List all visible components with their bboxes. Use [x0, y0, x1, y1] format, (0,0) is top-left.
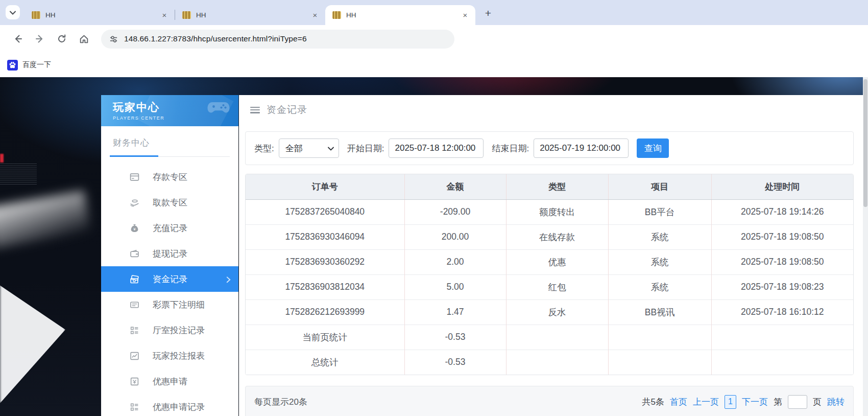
table-cell — [608, 350, 711, 375]
site-settings-icon[interactable] — [109, 35, 118, 43]
chevron-right-icon — [226, 275, 231, 283]
table-cell: 2025-07-18 19:08:50 — [711, 224, 853, 249]
sidebar-item-label: 充值记录 — [153, 222, 187, 234]
sidebar-item-彩票下注明细[interactable]: 彩票下注明细 — [101, 292, 238, 317]
gamepad-icon — [207, 100, 230, 115]
browser-tab[interactable]: HH× — [325, 5, 475, 25]
main-header: 资金记录 — [239, 95, 863, 125]
hamburger-icon[interactable] — [250, 107, 260, 113]
bookmark-item[interactable]: 百度一下 — [22, 60, 51, 70]
current-page-button[interactable]: 1 — [725, 395, 736, 409]
table-cell: 系统 — [608, 274, 711, 299]
pagination: 共5条 首页 上一页 1 下一页 第 页 跳转 — [642, 395, 845, 409]
sidebar-item-取款专区[interactable]: 取款专区 — [101, 190, 238, 215]
sidebar-item-优惠申请[interactable]: 优惠申请 — [101, 368, 238, 394]
page-scrollbar[interactable] — [863, 77, 868, 416]
sidebar-item-优惠申请记录[interactable]: 优惠申请记录 — [101, 394, 238, 416]
sidebar-item-label: 资金记录 — [153, 273, 187, 285]
table-row: 总统计-0.53 — [246, 350, 853, 375]
url-text[interactable]: 148.66.1.227:8783/hhcp/usercenter.html?i… — [124, 34, 307, 43]
end-date-input[interactable] — [534, 138, 629, 158]
new-tab-button[interactable]: + — [480, 6, 496, 21]
column-header: 处理时间 — [711, 174, 853, 199]
sidebar-item-提现记录[interactable]: 提现记录 — [101, 241, 238, 266]
deposit-card-icon — [130, 172, 139, 182]
sidebar-item-label: 取款专区 — [153, 197, 187, 209]
next-page-link[interactable]: 下一页 — [742, 396, 768, 408]
site-favicon — [32, 11, 40, 19]
table-cell: 1752837265040840 — [246, 199, 404, 224]
table-row: 1752836930346094200.00在线存款系统2025-07-18 1… — [246, 224, 853, 249]
table-cell: 额度转出 — [506, 199, 608, 224]
start-date-label: 开始日期: — [347, 143, 384, 154]
reload-icon[interactable] — [53, 30, 70, 48]
table-cell: 1752836930360292 — [246, 249, 404, 274]
table-cell: 反水 — [506, 299, 608, 325]
background-texture — [0, 163, 37, 184]
table-cell: 1752836903812034 — [246, 274, 404, 299]
table-cell: 2025-07-18 19:08:23 — [711, 274, 853, 299]
sidebar-item-存款专区[interactable]: 存款专区 — [101, 164, 238, 190]
scrollbar-thumb[interactable] — [863, 79, 867, 207]
forward-icon[interactable] — [31, 30, 49, 48]
table-cell: -0.53 — [404, 325, 506, 350]
filter-bar: 类型: 全部 开始日期: 结束日期: 查询 — [245, 131, 854, 165]
browser-tab[interactable]: HH× — [175, 5, 325, 25]
tab-close-icon[interactable]: × — [159, 10, 170, 20]
tab-close-icon[interactable]: × — [460, 10, 470, 20]
table-cell: 2025-07-18 16:10:12 — [711, 299, 853, 325]
baidu-favicon — [7, 60, 18, 71]
table-cell: 当前页统计 — [246, 325, 404, 350]
sidebar-item-资金记录[interactable]: 资金记录 — [101, 266, 238, 292]
ticket-list-icon — [130, 300, 139, 310]
table-cell: 优惠 — [506, 249, 608, 274]
section-underline — [110, 155, 230, 157]
tab-title: HH — [346, 11, 460, 19]
start-date-input[interactable] — [389, 138, 484, 158]
column-header: 订单号 — [246, 174, 404, 199]
column-header: 金额 — [404, 174, 506, 199]
back-icon[interactable] — [9, 30, 27, 48]
background-triangle — [0, 281, 65, 403]
moneybag-icon: ¥ — [130, 223, 139, 233]
browser-tab[interactable]: HH× — [25, 5, 175, 25]
type-select[interactable]: 全部 — [279, 138, 339, 158]
sidebar-item-玩家投注报表[interactable]: 玩家投注报表 — [101, 343, 238, 368]
finance-center-section-title: 财务中心 — [113, 137, 238, 149]
funds-table: 订单号金额类型项目处理时间 1752837265040840-209.00额度转… — [245, 174, 854, 375]
type-label: 类型: — [254, 143, 274, 154]
tab-close-icon[interactable]: × — [310, 10, 320, 20]
chevron-down-icon — [328, 143, 334, 153]
table-cell: 2025-07-18 19:08:50 — [711, 249, 853, 274]
chart-report-icon — [130, 351, 139, 361]
table-row: 17528369303602922.00优惠系统2025-07-18 19:08… — [246, 249, 853, 274]
table-row: 当前页统计-0.53 — [246, 325, 853, 350]
table-header-row: 订单号金额类型项目处理时间 — [246, 174, 853, 199]
table-cell — [711, 350, 853, 375]
sidebar-item-充值记录[interactable]: ¥充值记录 — [101, 215, 238, 241]
address-bar[interactable]: 148.66.1.227:8783/hhcp/usercenter.html?i… — [101, 30, 454, 49]
bookmark-bar: 百度一下 — [0, 53, 868, 77]
players-center-subtitle: PLAYERS CENTER — [113, 115, 238, 121]
table-cell: 系统 — [608, 249, 711, 274]
search-button[interactable]: 查询 — [637, 138, 669, 158]
jump-suffix-label: 页 — [813, 396, 822, 408]
column-header: 类型 — [506, 174, 608, 199]
table-cell: 总统计 — [246, 350, 404, 375]
prev-page-link[interactable]: 上一页 — [693, 396, 719, 408]
first-page-link[interactable]: 首页 — [670, 396, 687, 408]
jump-page-input[interactable] — [788, 395, 807, 409]
main-panel: 资金记录 类型: 全部 开始日期: 结束日期: 查询 订单号金额类型项目处理时间 — [239, 95, 863, 416]
table-cell — [506, 350, 608, 375]
jump-action-link[interactable]: 跳转 — [827, 396, 845, 408]
sidebar-item-厅室投注记录[interactable]: 厅室投注记录 — [101, 317, 238, 343]
tab-search-button[interactable] — [6, 5, 20, 19]
home-icon[interactable] — [75, 30, 92, 48]
sidebar-item-label: 存款专区 — [153, 171, 187, 183]
sidebar: 玩家中心 PLAYERS CENTER 财务中心 存款专区取款专区¥充值记录提现… — [101, 95, 238, 416]
sidebar-item-label: 玩家投注报表 — [153, 350, 205, 362]
svg-text:¥: ¥ — [133, 226, 136, 231]
table-cell: BB平台 — [608, 199, 711, 224]
table-cell: -0.53 — [404, 350, 506, 375]
chevron-down-icon — [10, 8, 16, 17]
